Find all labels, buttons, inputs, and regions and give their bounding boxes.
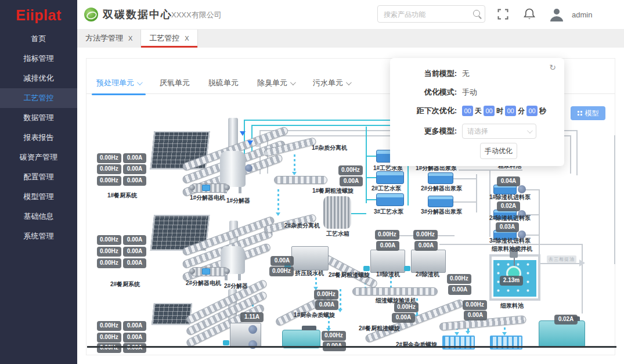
username: admin: [572, 10, 592, 19]
sidebar-item-8[interactable]: 模型管理: [0, 187, 77, 207]
cyl-shape: [323, 196, 351, 229]
search-icon[interactable]: [473, 10, 480, 17]
reading-badge: 0.00A: [123, 321, 146, 331]
page-tab-label: 方法学管理: [85, 29, 123, 48]
equipment-label: 2#分解器出浆泵: [421, 185, 462, 193]
countdown-unit: 分: [518, 107, 525, 115]
sidebar-item-4[interactable]: 数据管理: [0, 108, 77, 128]
avatar[interactable]: [549, 6, 565, 23]
equipment-label: 3#除渣机进料泵: [489, 237, 531, 245]
equipment-label: 2#除渣机: [416, 271, 439, 279]
bell-icon[interactable]: [523, 8, 536, 21]
model-button[interactable]: 模型: [571, 106, 605, 120]
page-tab-1[interactable]: 工艺管控X: [141, 29, 197, 48]
equipment-label: 2#餐厨粗渣螺旋: [359, 325, 400, 333]
reading-badge: 0.00A: [315, 300, 338, 310]
equipment-label: 2#餐厨粗渣螺旋: [329, 271, 370, 279]
pipe-g-shape: [476, 174, 477, 212]
conveyor-shape: [352, 287, 438, 295]
optimization-popup: ↻ 当前模型: 无 优化模式: 手动 距下次优化: 00天00时00分00秒 更…: [390, 58, 564, 166]
reading-badge: 0.00A: [270, 256, 294, 266]
ground-shape: [87, 346, 616, 348]
close-icon[interactable]: X: [128, 29, 132, 48]
sidebar-item-0[interactable]: 首页: [0, 29, 77, 49]
machine-shape: [411, 250, 446, 273]
company-name: XXXX有限公司: [171, 10, 222, 20]
pipe-g-shape: [582, 244, 583, 313]
pipe-c-shape: [367, 199, 376, 200]
pipe-c-shape: [367, 156, 376, 157]
page-tab-0[interactable]: 方法学管理X: [77, 29, 141, 48]
page-tab-label: 工艺管控: [149, 29, 179, 48]
reading-badge: 2.13m: [500, 276, 523, 286]
sidebar-item-10[interactable]: 系统管理: [0, 226, 77, 246]
reading-badge: 0.00Hz: [269, 266, 294, 276]
close-icon[interactable]: X: [185, 29, 189, 48]
reading-badge: 0.02A: [497, 201, 520, 211]
countdown-value: 00: [462, 106, 473, 116]
sidebar-item-5[interactable]: 报表报告: [0, 128, 77, 147]
ball-shape: [245, 164, 253, 172]
countdown-unit: 时: [496, 107, 503, 115]
ball-shape: [518, 185, 526, 193]
equipment-label: 1#分解器: [226, 197, 250, 205]
process-diagram-canvas: 1#餐厨系统1#分解器电机1#分解器1#杂质分离机1#餐厨粗渣螺旋工艺水箱1#工…: [0, 0, 624, 364]
sidebar-item-3[interactable]: 工艺管控: [0, 88, 77, 108]
sidebar-item-6[interactable]: 碳资产管理: [0, 147, 77, 167]
da-shape: [294, 154, 295, 174]
mode-row: 优化模式: 手动: [390, 87, 477, 98]
reading-badge: 0.00Hz: [463, 300, 487, 310]
building-shape: [152, 303, 192, 325]
reading-badge: 0.00Hz: [97, 164, 121, 174]
reading-badge: 0.04A: [497, 176, 520, 186]
top-header: 双碳数据中心 XXXX有限公司 admin: [77, 0, 624, 30]
reading-badge: 0.00A: [123, 258, 146, 268]
equipment-label: 1#除渣机: [376, 271, 400, 279]
fullscreen-icon[interactable]: [497, 9, 508, 20]
reading-badge: 0.00A: [123, 235, 146, 245]
more-model-label: 更多模型:: [390, 126, 457, 136]
tealmachine-shape: [539, 320, 585, 348]
reading-badge: 0.00A: [340, 176, 363, 186]
manual-optimize-button[interactable]: 手动优化: [480, 143, 517, 159]
reading-badge: 0.00Hz: [413, 230, 438, 240]
pipe-g-shape: [570, 135, 571, 174]
pipe-g-shape: [576, 130, 578, 175]
sidebar-item-7[interactable]: 配置管理: [0, 167, 77, 187]
reading-badge: 1.11A: [240, 312, 264, 322]
reading-badge: 0.00Hz: [314, 290, 338, 300]
tank-shape: [220, 151, 246, 187]
tealblock-shape: [202, 185, 210, 191]
machine-shape: [291, 246, 329, 271]
search-input[interactable]: [383, 6, 472, 23]
tealblock-shape: [202, 268, 210, 275]
gup-shape: [263, 147, 269, 155]
app-logo: Eiiplat: [0, 0, 77, 29]
outflow-label: 去三相提油: [547, 255, 576, 263]
equipment-label: 2#分解器电机: [186, 279, 221, 287]
equipment-label: 2#工艺水泵: [371, 185, 401, 193]
more-model-row: 更多模型: 请选择: [390, 124, 536, 139]
sidebar-item-9[interactable]: 基础信息: [0, 207, 77, 226]
reading-badge: 0.00A: [123, 176, 146, 186]
equipment-label: 1#杂质分离机: [312, 144, 347, 152]
grid-icon: [578, 111, 579, 113]
gup-shape: [255, 139, 261, 147]
pipe-c-shape: [351, 213, 366, 214]
equipment-label: 1#厨余杂质螺旋: [294, 311, 335, 319]
refresh-icon[interactable]: ↻: [549, 63, 556, 72]
reading-badge: 0.00Hz: [97, 176, 121, 186]
countdown-row: 距下次优化: 00天00时00分00秒: [390, 106, 546, 116]
pump-shape: [428, 172, 453, 184]
sidebar-item-1[interactable]: 指标管理: [0, 49, 77, 69]
search-box[interactable]: [377, 5, 485, 23]
sidebar-item-2[interactable]: 减排优化: [0, 69, 77, 88]
reading-badge: 0.00A: [414, 241, 438, 251]
more-model-select[interactable]: 请选择: [462, 124, 536, 139]
select-placeholder: 请选择: [467, 127, 488, 136]
reading-badge: 0.00A: [123, 333, 146, 343]
equipment-label: 1#分解器电机: [190, 194, 225, 202]
reading-badge: 0.00Hz: [97, 153, 121, 163]
brand-title: 双碳数据中心: [103, 8, 172, 21]
da-shape: [340, 289, 341, 311]
